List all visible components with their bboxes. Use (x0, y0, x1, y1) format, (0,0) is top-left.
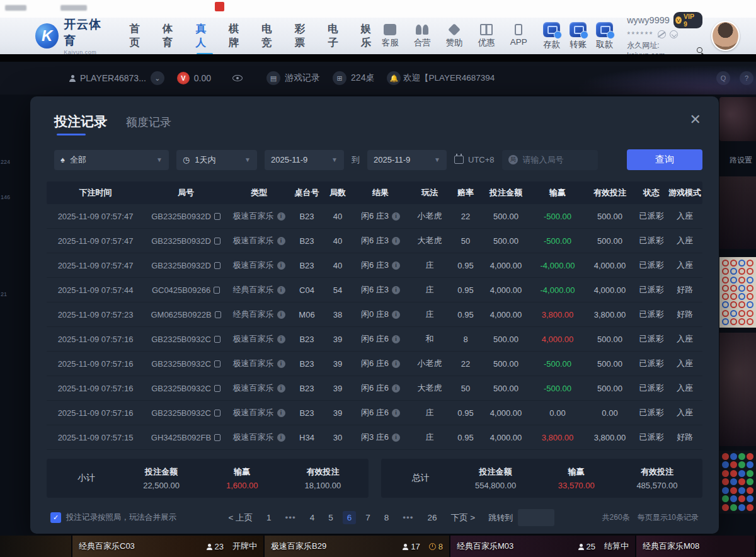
roadmap-dot (747, 277, 753, 284)
modal-tabs: 投注记录 额度记录 (47, 113, 702, 135)
nav-item-8[interactable]: 娱乐 (361, 18, 379, 54)
copy-icon[interactable] (214, 360, 220, 367)
table-header: 下注时间局号类型桌台号局数结果玩法赔率投注金额输赢有效投注状态游戏模式 (47, 181, 702, 204)
info-icon[interactable]: i (392, 261, 400, 270)
info-icon[interactable]: i (277, 261, 285, 270)
round-search-input[interactable]: 局 请输入局号 (502, 150, 598, 170)
info-icon[interactable]: i (392, 335, 400, 343)
notifications-button[interactable]: 🔔 (387, 71, 401, 85)
tab-bet-records[interactable]: 投注记录 (54, 113, 107, 135)
copy-icon[interactable] (214, 262, 220, 269)
copy-icon[interactable] (214, 213, 220, 220)
live-table-tile[interactable]: 经典百家乐M08 (636, 536, 756, 557)
nav-item-6[interactable]: 彩票 (295, 18, 313, 54)
username[interactable]: wywy9999 (627, 15, 670, 25)
avatar[interactable] (711, 21, 740, 51)
info-icon[interactable]: i (277, 409, 285, 417)
info-icon[interactable]: i (277, 237, 285, 245)
合营-button[interactable]: 合营 (411, 24, 433, 49)
close-icon[interactable]: ✕ (690, 113, 701, 127)
page-button-26[interactable]: 26 (423, 511, 442, 524)
time-range-select[interactable]: ◷ 1天内 ▼ (176, 150, 257, 170)
info-icon[interactable]: i (277, 384, 285, 393)
page-button-5[interactable]: 5 (324, 511, 338, 524)
info-icon[interactable]: i (392, 384, 400, 393)
info-icon[interactable]: i (277, 212, 285, 221)
eye-icon (232, 75, 243, 81)
copy-icon[interactable] (214, 434, 220, 441)
search-icon[interactable] (697, 47, 702, 53)
page-button-8[interactable]: 8 (380, 511, 394, 524)
help-icon[interactable]: ? (740, 71, 753, 85)
roadmap-dot (730, 260, 737, 267)
nav-item-7[interactable]: 电子 (328, 18, 346, 54)
存款-button[interactable]: 存款 (543, 22, 560, 50)
live-table-tile[interactable]: 极速百家乐B29178 (265, 536, 450, 557)
prev-page-button[interactable]: < 上页 (224, 510, 257, 525)
page-button-6[interactable]: 6 (343, 511, 357, 524)
copy-icon[interactable] (214, 385, 220, 392)
page-ellipsis[interactable]: ••• (281, 511, 301, 524)
info-icon[interactable]: i (392, 237, 400, 245)
优惠-button[interactable]: 优惠 (476, 24, 497, 49)
info-icon[interactable]: i (277, 311, 285, 319)
nav-item-2[interactable]: 体育 (163, 18, 181, 54)
info-icon[interactable]: i (392, 311, 400, 319)
total-bet: 554,800.00 (455, 481, 536, 490)
nav-item-1[interactable]: 首页 (129, 18, 147, 54)
date-to-select[interactable]: 2025-11-9 ▼ (367, 150, 447, 170)
balance[interactable]: V 0.00 (177, 72, 211, 84)
merge-checkbox[interactable]: ✓ (50, 512, 61, 523)
nav-item-4[interactable]: 棋牌 (229, 18, 247, 54)
info-icon[interactable]: i (392, 286, 400, 294)
info-icon[interactable]: i (392, 360, 400, 368)
page-button-4[interactable]: 4 (306, 511, 319, 524)
chevron-down-icon[interactable] (670, 30, 678, 38)
search-icon[interactable]: Q (716, 71, 730, 85)
game-records-button[interactable]: ▤ 游戏记录 (266, 71, 320, 85)
date-from-select[interactable]: 2025-11-9 ▼ (265, 150, 344, 170)
copy-icon[interactable] (215, 311, 221, 318)
pagination: < 上页1•••45678•••26下页 > (224, 510, 479, 525)
page-button-1[interactable]: 1 (262, 511, 276, 524)
nav-item-5[interactable]: 电竞 (261, 18, 280, 54)
copy-icon[interactable] (214, 336, 220, 343)
page-ellipsis[interactable]: ••• (398, 511, 418, 524)
转账-button[interactable]: 转账 (570, 22, 587, 50)
info-icon[interactable]: i (277, 286, 285, 294)
info-icon[interactable]: i (392, 212, 400, 221)
timezone-select[interactable]: UTC+8 (454, 155, 495, 164)
客服-button[interactable]: 客服 (379, 24, 401, 49)
road-settings-label[interactable]: 路设置 (730, 155, 752, 166)
copy-icon[interactable] (214, 410, 220, 416)
jump-input[interactable] (518, 509, 554, 526)
live-table-tile[interactable]: 经典百家乐M0325结算中 (450, 536, 636, 557)
site-logo[interactable]: K 开云体育 Kaiyun.com (35, 16, 110, 55)
query-button[interactable]: 查询 (627, 149, 702, 170)
roadmap-dot (747, 268, 753, 275)
roadmap-dot (730, 268, 737, 275)
category-select[interactable]: ♠ 全部 ▼ (54, 150, 169, 170)
赞助-button[interactable]: 赞助 (444, 24, 465, 49)
tab-quota-records[interactable]: 额度记录 (126, 115, 171, 130)
copy-icon[interactable] (214, 238, 220, 244)
info-icon[interactable]: i (277, 360, 285, 368)
info-icon[interactable]: i (277, 434, 285, 442)
page-button-7[interactable]: 7 (361, 511, 375, 524)
player-menu[interactable]: PLAYER46873... ⌄ (69, 71, 164, 85)
copy-icon[interactable] (214, 287, 220, 294)
nav-item-3[interactable]: 真人 (195, 18, 214, 54)
subtotal-winloss: 1,600.00 (202, 481, 282, 490)
info-icon[interactable]: i (392, 434, 400, 442)
tables-button[interactable]: ⊞ 224桌 (333, 71, 374, 85)
APP-button[interactable]: APP (508, 24, 529, 49)
table-tile-partial[interactable] (0, 536, 72, 557)
next-page-button[interactable]: 下页 > (447, 510, 480, 525)
eye-off-icon[interactable] (658, 30, 666, 38)
info-icon[interactable]: i (277, 335, 285, 343)
roadmap-dot (730, 293, 737, 300)
info-icon[interactable]: i (392, 409, 400, 417)
live-table-tile[interactable]: 经典百家乐C0323开牌中 (72, 536, 265, 557)
取款-button[interactable]: 取款 (596, 22, 613, 50)
toggle-balance[interactable] (232, 75, 243, 81)
